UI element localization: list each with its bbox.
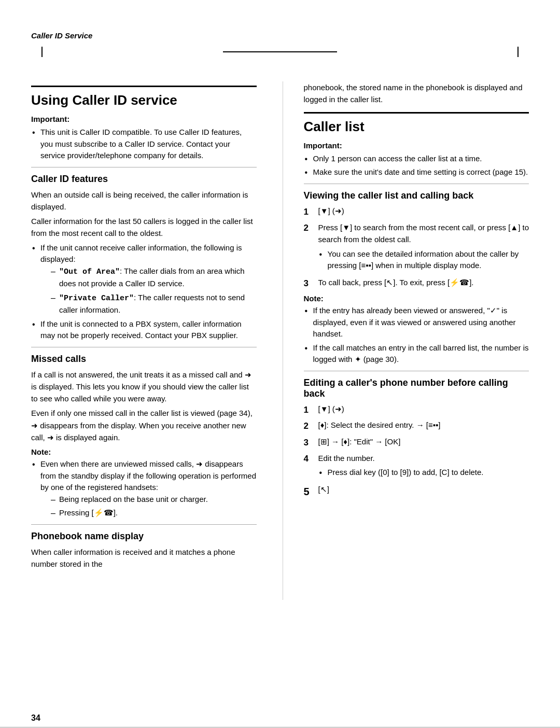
step-content-1: [▼] (➜)	[318, 205, 529, 219]
missed-sub-1: Being replaced on the base unit or charg…	[51, 494, 257, 506]
column-divider	[283, 81, 283, 600]
missed-calls-para1: If a call is not answered, the unit trea…	[31, 369, 257, 405]
top-marks	[0, 47, 560, 57]
edit-step-num-2: 2	[304, 419, 318, 433]
step2-bullet: You can see the detailed information abo…	[318, 248, 529, 272]
edit-step-content-5: [↖]	[318, 484, 529, 499]
caller-list-bullet-1: Only 1 person can access the caller list…	[304, 153, 529, 165]
editing-step-5: 5 [↖]	[304, 484, 529, 499]
important-bullet-1: This unit is Caller ID compatible. To us…	[31, 127, 257, 162]
divider-editing	[304, 371, 529, 371]
edit-step-num-1: 1	[304, 403, 318, 417]
page-header: Caller ID Service	[0, 31, 560, 40]
step-num-3: 3	[304, 277, 318, 290]
edit-step-num-4: 4	[304, 452, 318, 481]
missed-calls-para2: Even if only one missed call in the call…	[31, 407, 257, 443]
page-number: 34	[31, 713, 40, 723]
edit-step-num-5: 5	[304, 484, 318, 499]
caller-id-sub-bullets: "Out of Area": The caller dials from an …	[51, 265, 257, 316]
caller-list-important-label: Important:	[304, 141, 529, 150]
editing-heading: Editing a caller's phone number before c…	[304, 377, 529, 399]
viewing-heading: Viewing the caller list and calling back	[304, 190, 529, 201]
viewing-step-2: 2 Press [▼] to search from the most rece…	[304, 221, 529, 274]
divider-viewing	[304, 184, 529, 184]
missed-note-bullet-1: Even when there are unviewed missed call…	[31, 458, 257, 519]
edit-step4-text: Edit the number.	[318, 452, 529, 464]
viewing-note-bullets: If the entry has already been viewed or …	[304, 305, 529, 366]
missed-note-sub-bullets: Being replaced on the base unit or charg…	[51, 494, 257, 519]
important-label-left: Important:	[31, 115, 257, 123]
viewing-step-3: 3 To call back, press [↖]. To exit, pres…	[304, 277, 529, 290]
divider-missed-calls	[31, 347, 257, 347]
caller-id-bullets: If the unit cannot receive caller inform…	[31, 242, 257, 342]
private-caller-item: "Private Caller": The caller requests no…	[51, 292, 257, 316]
top-center-line	[223, 51, 337, 52]
missed-sub-2: Pressing [⚡☎].	[51, 507, 257, 519]
caller-id-bullet-2: If the unit is connected to a PBX system…	[31, 318, 257, 342]
caller-list-bullet-2: Make sure the unit's date and time setti…	[304, 166, 529, 178]
caller-list-important-bullets: Only 1 person can access the caller list…	[304, 153, 529, 178]
viewing-note-label: Note:	[304, 294, 529, 303]
missed-calls-heading: Missed calls	[31, 354, 257, 365]
out-of-area-item: "Out of Area": The caller dials from an …	[51, 265, 257, 290]
edit-step-content-3: [⊞] → [♦]: "Edit" → [OK]	[318, 436, 529, 450]
step-content-3: To call back, press [↖]. To exit, press …	[318, 277, 529, 290]
step2-text: Press [▼] to search from the most recent…	[318, 221, 529, 246]
main-heading-left: Using Caller ID service	[31, 92, 257, 108]
phonebook-name-display-para1: When caller information is received and …	[31, 546, 257, 570]
page-wrapper: Caller ID Service Using Caller ID servic…	[0, 31, 560, 728]
step-num-1: 1	[304, 205, 318, 219]
caller-id-features-heading: Caller ID features	[31, 174, 257, 185]
phonebook-name-display-heading: Phonebook name display	[31, 531, 257, 542]
editing-step-3: 3 [⊞] → [♦]: "Edit" → [OK]	[304, 436, 529, 450]
viewing-step-1: 1 [▼] (➜)	[304, 205, 529, 219]
right-column: phonebook, the stored name in the phoneb…	[299, 81, 529, 600]
viewing-note-bullet-2: If the call matches an entry in the call…	[304, 342, 529, 366]
step-content-2: Press [▼] to search from the most recent…	[318, 221, 529, 274]
step-num-2: 2	[304, 221, 318, 274]
top-mark-right	[517, 47, 519, 57]
edit-step4-bullets: Press dial key ([0] to [9]) to add, [C] …	[318, 467, 529, 479]
main-divider-left	[31, 86, 257, 87]
missed-calls-note-bullets: Even when there are unviewed missed call…	[31, 458, 257, 519]
caller-id-para1: When an outside call is being received, …	[31, 189, 257, 213]
main-divider-right	[304, 112, 529, 114]
edit-step4-bullet: Press dial key ([0] to [9]) to add, [C] …	[318, 467, 529, 479]
important-bullets-left: This unit is Caller ID compatible. To us…	[31, 127, 257, 162]
divider-phonebook	[31, 524, 257, 525]
edit-step-content-1: [▼] (➜)	[318, 403, 529, 417]
caller-id-bullet-1: If the unit cannot receive caller inform…	[31, 242, 257, 316]
caller-id-para2: Caller information for the last 50 calle…	[31, 215, 257, 240]
left-column: Using Caller ID service Important: This …	[31, 81, 267, 600]
content-area: Using Caller ID service Important: This …	[0, 81, 560, 600]
edit-step-content-4: Edit the number. Press dial key ([0] to …	[318, 452, 529, 481]
phonebook-cont: phonebook, the stored name in the phoneb…	[304, 81, 529, 106]
editing-step-2: 2 [♦]: Select the desired entry. → [≡▪▪]	[304, 419, 529, 433]
editing-step-1: 1 [▼] (➜)	[304, 403, 529, 417]
caller-list-heading: Caller list	[304, 119, 529, 135]
step2-bullets: You can see the detailed information abo…	[318, 248, 529, 272]
viewing-note-bullet-1: If the entry has already been viewed or …	[304, 305, 529, 340]
page-title-italic: Caller ID Service	[31, 31, 529, 40]
edit-step-num-3: 3	[304, 436, 318, 450]
missed-calls-note-label: Note:	[31, 447, 257, 456]
editing-step-4: 4 Edit the number. Press dial key ([0] t…	[304, 452, 529, 481]
divider-caller-id-features	[31, 167, 257, 167]
edit-step-content-2: [♦]: Select the desired entry. → [≡▪▪]	[318, 419, 529, 433]
